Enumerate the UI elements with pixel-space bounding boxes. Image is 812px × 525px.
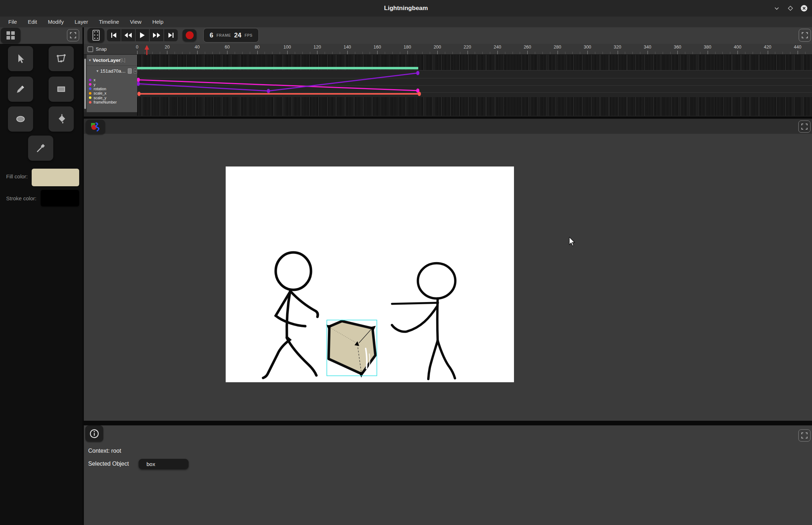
pencil-icon bbox=[15, 83, 26, 95]
ruler-label-220: 220 bbox=[464, 45, 471, 50]
minimize-icon[interactable] bbox=[772, 4, 781, 13]
film-icon bbox=[92, 30, 100, 41]
property-row-rotation[interactable]: rotation bbox=[89, 87, 137, 91]
property-label: rotation bbox=[94, 87, 106, 91]
canvas-expand-button[interactable] bbox=[798, 120, 811, 133]
panel-grid-button[interactable] bbox=[1, 28, 21, 43]
status-expand-button[interactable] bbox=[798, 429, 811, 442]
select-tool-button[interactable] bbox=[8, 46, 33, 71]
transform-tool-button[interactable] bbox=[49, 46, 74, 71]
property-row-x[interactable]: x bbox=[89, 78, 137, 82]
maximize-icon[interactable] bbox=[786, 4, 795, 13]
ruler-label-20: 20 bbox=[164, 45, 170, 50]
ellipse-icon bbox=[14, 113, 27, 125]
property-color-dot bbox=[89, 83, 91, 86]
expand-icon bbox=[801, 123, 808, 130]
menu-edit[interactable]: Edit bbox=[22, 17, 42, 27]
record-button[interactable] bbox=[182, 29, 197, 41]
keyframe-x bbox=[416, 71, 419, 75]
context-label: Context: root bbox=[88, 448, 121, 454]
vector-logo-icon bbox=[90, 122, 101, 132]
paint-bucket-tool-button[interactable] bbox=[49, 106, 74, 132]
keyframe-x bbox=[267, 89, 270, 93]
status-panel: Context: root Selected Object box bbox=[84, 425, 812, 525]
expand-icon bbox=[801, 32, 808, 39]
property-row-y[interactable]: y bbox=[89, 82, 137, 86]
snap-checkbox[interactable] bbox=[87, 46, 93, 52]
ruler-label-40: 40 bbox=[195, 45, 200, 50]
menu-view[interactable]: View bbox=[125, 17, 147, 27]
layer-row-object[interactable]: ▾ 151ad70a… ~ bbox=[87, 66, 137, 76]
ruler-label-60: 60 bbox=[225, 45, 230, 50]
pencil-tool-button[interactable] bbox=[8, 77, 33, 102]
property-color-dot bbox=[89, 96, 91, 99]
property-row-scale_x[interactable]: scale_x bbox=[89, 91, 137, 95]
keyframe-y bbox=[137, 78, 140, 82]
play-button[interactable] bbox=[136, 29, 149, 41]
fast-forward-icon bbox=[152, 32, 161, 38]
close-icon[interactable] bbox=[799, 4, 809, 13]
property-row-frameNumber[interactable]: frameNumber bbox=[89, 100, 137, 104]
canvas-panel-header bbox=[84, 119, 812, 134]
drawing-canvas[interactable] bbox=[226, 166, 514, 382]
property-label: scale_x bbox=[94, 91, 107, 95]
stick-figure-left[interactable] bbox=[263, 252, 318, 378]
skip-end-button[interactable] bbox=[164, 29, 178, 41]
skip-start-button[interactable] bbox=[107, 29, 121, 41]
timeline-scrollbar[interactable] bbox=[84, 59, 86, 109]
ruler-label-320: 320 bbox=[614, 45, 621, 50]
record-icon bbox=[185, 31, 194, 40]
eyedropper-tool-button[interactable] bbox=[28, 136, 53, 161]
fast-forward-button[interactable] bbox=[150, 29, 163, 41]
playhead[interactable] bbox=[144, 45, 149, 55]
property-row-scale_y[interactable]: scale_y bbox=[89, 96, 137, 100]
ruler-label-340: 340 bbox=[644, 45, 651, 50]
transport-controls bbox=[107, 29, 178, 41]
mouse-cursor bbox=[569, 237, 577, 247]
expand-icon bbox=[801, 432, 808, 439]
layer-color-button[interactable] bbox=[128, 68, 131, 74]
tools-expand-button[interactable] bbox=[67, 29, 79, 41]
info-button[interactable] bbox=[85, 425, 103, 442]
layer-suffix: [L] bbox=[121, 58, 125, 63]
curve-y bbox=[138, 80, 418, 91]
vector-logo-button[interactable] bbox=[86, 120, 105, 134]
film-button[interactable] bbox=[87, 28, 104, 42]
fps-label: FPS bbox=[244, 33, 252, 37]
ruler-label-180: 180 bbox=[403, 45, 411, 50]
expand-icon bbox=[69, 32, 77, 39]
canvas-panel bbox=[84, 119, 812, 421]
menu-modify[interactable]: Modify bbox=[42, 17, 69, 27]
ruler-label-400: 400 bbox=[734, 45, 741, 50]
stroke-color-swatch[interactable] bbox=[41, 190, 79, 206]
transform-icon bbox=[55, 52, 67, 65]
play-icon bbox=[139, 32, 145, 38]
selected-object-dropdown[interactable]: box bbox=[139, 459, 189, 469]
collapse-icon[interactable]: ▾ bbox=[89, 58, 91, 63]
ellipse-tool-button[interactable] bbox=[8, 106, 33, 132]
menu-help[interactable]: Help bbox=[147, 17, 169, 27]
fill-color-swatch[interactable] bbox=[32, 169, 79, 186]
property-label: y bbox=[94, 82, 95, 87]
fps-value: 24 bbox=[234, 32, 241, 39]
rectangle-icon bbox=[55, 83, 67, 95]
ruler-label-100: 100 bbox=[284, 45, 291, 50]
ruler-label-240: 240 bbox=[493, 45, 501, 50]
stick-figure-right[interactable] bbox=[392, 263, 455, 379]
snap-label: Snap bbox=[96, 46, 107, 52]
layer-name: VectorLayer bbox=[93, 58, 121, 63]
menu-timeline[interactable]: Timeline bbox=[94, 17, 125, 27]
layer-row-vectorlayer[interactable]: ▾ VectorLayer [L] bbox=[87, 55, 137, 66]
rectangle-tool-button[interactable] bbox=[49, 77, 74, 102]
property-label: x bbox=[94, 78, 95, 82]
ruler-label-440: 440 bbox=[794, 45, 802, 50]
transform-handle bbox=[358, 372, 364, 378]
menu-layer[interactable]: Layer bbox=[69, 17, 94, 27]
layer-curve-toggle-button[interactable]: ~ bbox=[134, 68, 137, 74]
collapse-icon[interactable]: ▾ bbox=[96, 69, 99, 73]
timeline-ruler[interactable]: 0204060801001201401601802002202402602803… bbox=[84, 44, 812, 55]
timeline-expand-button[interactable] bbox=[799, 29, 811, 42]
menu-file[interactable]: File bbox=[3, 17, 22, 27]
selected-box-object[interactable] bbox=[326, 320, 377, 378]
rewind-button[interactable] bbox=[121, 29, 135, 41]
